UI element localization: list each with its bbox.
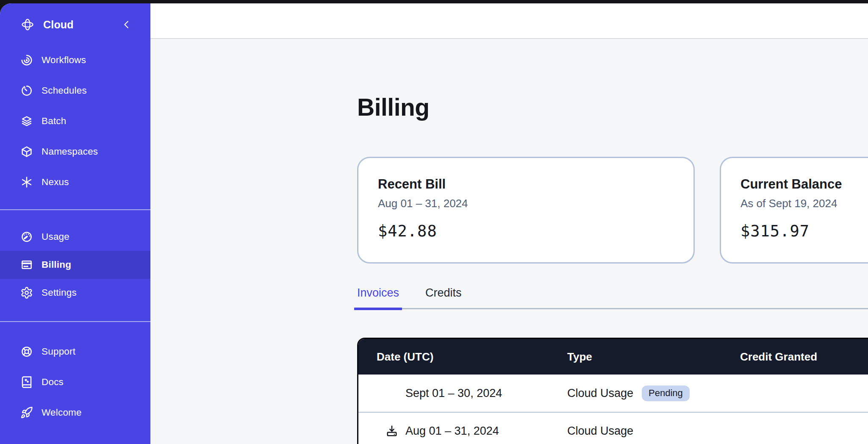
usage-gauge-icon — [20, 230, 33, 243]
sidebar-item-usage[interactable]: Usage — [0, 223, 150, 251]
invoice-type: Cloud Usage — [567, 387, 633, 400]
main-area: Billing Recent Bill Aug 01 – 31, 2024 $4… — [150, 3, 868, 444]
app-window: Cloud Workflows — [0, 3, 868, 444]
sidebar-divider — [0, 321, 150, 322]
settings-gear-icon — [20, 286, 33, 299]
top-navbar — [150, 3, 868, 39]
table-row[interactable]: Sept 01 – 30, 2024 Cloud Usage Pending — [358, 375, 868, 412]
cloud-orbit-icon — [20, 17, 35, 32]
sidebar-item-batch[interactable]: Batch — [0, 106, 150, 136]
current-balance-card: Current Balance As of Sept 19, 2024 $315… — [720, 157, 868, 264]
schedules-icon — [20, 84, 33, 97]
column-header-type: Type — [567, 350, 740, 364]
docs-book-icon — [20, 376, 33, 388]
page-title: Billing — [357, 93, 430, 121]
invoices-table: Date (UTC) Type Credit Granted Sept 01 –… — [357, 338, 868, 444]
sidebar-item-welcome[interactable]: Welcome — [0, 397, 150, 428]
recent-bill-card: Recent Bill Aug 01 – 31, 2024 $42.88 — [357, 157, 695, 264]
sidebar-item-schedules[interactable]: Schedules — [0, 75, 150, 106]
billing-page: Billing Recent Bill Aug 01 – 31, 2024 $4… — [150, 39, 868, 444]
sidebar-item-nexus[interactable]: Nexus — [0, 167, 150, 197]
card-amount: $42.88 — [378, 222, 674, 240]
card-title: Current Balance — [740, 177, 868, 192]
sidebar-item-label: Schedules — [42, 85, 87, 96]
sidebar-item-settings[interactable]: Settings — [0, 279, 150, 307]
invoice-date-cell: Aug 01 – 31, 2024 — [358, 424, 567, 438]
billing-card-icon — [20, 258, 33, 271]
sidebar-collapse-button[interactable] — [121, 19, 133, 31]
sidebar-item-label: Billing — [42, 259, 71, 270]
sidebar-item-label: Support — [42, 346, 75, 357]
support-lifebuoy-icon — [20, 345, 33, 358]
invoice-date: Aug 01 – 31, 2024 — [405, 425, 499, 438]
sidebar-group-footer: Support Docs — [0, 336, 150, 428]
sidebar-item-label: Welcome — [42, 407, 82, 418]
sidebar-item-billing[interactable]: Billing — [0, 251, 150, 279]
card-subtitle: As of Sept 19, 2024 — [740, 197, 868, 210]
download-icon[interactable] — [385, 424, 399, 438]
sidebar-item-label: Workflows — [42, 55, 86, 66]
sidebar-item-workflows[interactable]: Workflows — [0, 45, 150, 75]
card-title: Recent Bill — [378, 177, 674, 192]
brand-label: Cloud — [43, 19, 74, 31]
sidebar-item-label: Settings — [42, 287, 77, 298]
sidebar-item-label: Namespaces — [42, 146, 98, 157]
batch-layers-icon — [20, 115, 33, 128]
sidebar-item-label: Nexus — [42, 177, 69, 188]
invoice-date: Sept 01 – 30, 2024 — [358, 387, 567, 400]
invoice-type: Cloud Usage — [567, 425, 633, 438]
sidebar-item-label: Batch — [42, 116, 67, 127]
table-row[interactable]: Aug 01 – 31, 2024 Cloud Usage — [358, 412, 868, 444]
invoice-type-cell: Cloud Usage Pending — [567, 386, 740, 401]
table-header-row: Date (UTC) Type Credit Granted — [358, 339, 868, 375]
sidebar-divider — [0, 209, 150, 210]
billing-tabs: Invoices Credits — [354, 286, 868, 309]
card-subtitle: Aug 01 – 31, 2024 — [378, 197, 674, 210]
status-badge: Pending — [642, 386, 690, 401]
sidebar-item-docs[interactable]: Docs — [0, 367, 150, 397]
sidebar-item-label: Usage — [42, 231, 69, 242]
nexus-asterisk-icon — [20, 176, 33, 189]
card-amount: $315.97 — [740, 222, 868, 240]
tab-credits[interactable]: Credits — [422, 286, 465, 308]
sidebar-group-main: Workflows Schedules — [0, 45, 150, 197]
column-header-credit-granted: Credit Granted — [740, 350, 868, 364]
sidebar: Cloud Workflows — [0, 3, 150, 444]
sidebar-item-support[interactable]: Support — [0, 336, 150, 367]
welcome-rocket-icon — [20, 406, 33, 419]
column-header-date: Date (UTC) — [358, 350, 567, 364]
namespaces-cube-icon — [20, 145, 33, 158]
workflows-icon — [20, 54, 33, 67]
sidebar-brand: Cloud — [0, 6, 150, 43]
tab-invoices[interactable]: Invoices — [354, 286, 402, 308]
invoice-type-cell: Cloud Usage — [567, 425, 740, 438]
sidebar-item-namespaces[interactable]: Namespaces — [0, 136, 150, 167]
sidebar-item-label: Docs — [42, 377, 64, 388]
chevron-left-icon — [121, 19, 133, 31]
sidebar-group-account: Usage Billing — [0, 223, 150, 307]
